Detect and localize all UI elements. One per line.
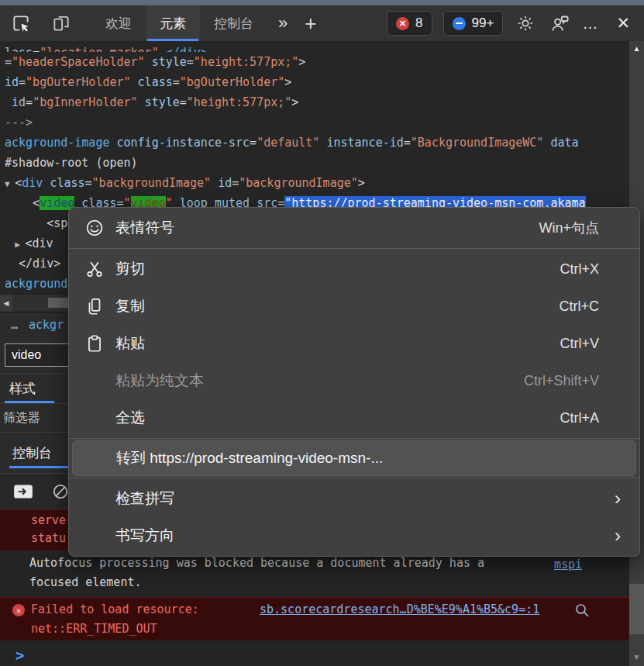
new-tab-button[interactable]: + (305, 12, 316, 36)
menu-item-check-spelling[interactable]: 检查拼写› (69, 480, 639, 517)
code-line[interactable]: lass="location-marker" </div> (5, 43, 629, 52)
breadcrumb-item[interactable]: ackgr (29, 318, 64, 332)
submenu-chevron-icon: › (615, 489, 621, 508)
menu-item-label: 剪切 (115, 259, 145, 279)
resource-source-link[interactable]: sb.scorecardresearch…D%BE%E9%A1%B5&c9=:1 (260, 600, 539, 619)
scroll-left-icon[interactable]: ◀ (0, 295, 12, 312)
console-prompt[interactable]: > (0, 640, 629, 666)
menu-item-shortcut: Ctrl+V (560, 336, 599, 352)
close-devtools-button[interactable]: ✕ (610, 14, 636, 33)
code-line[interactable]: #shadow-root (open) (5, 153, 629, 173)
code-line[interactable]: ▼ <div class="backgroundImage" id="backg… (5, 173, 629, 193)
device-toolbar-icon[interactable] (50, 12, 73, 35)
error-circle-icon: ✕ (12, 604, 25, 616)
menu-item-select-all[interactable]: 全选Ctrl+A (69, 399, 639, 437)
submenu-chevron-icon: › (615, 526, 621, 545)
paste-icon (84, 333, 115, 354)
filter-label[interactable]: 筛选器 (3, 410, 40, 426)
window-top-strip (0, 0, 644, 5)
menu-item-label: 表情符号 (115, 218, 174, 238)
console-message-autofocus: Autofocus processing was blocked because… (0, 550, 629, 597)
toolbar-right-cluster: ✕ 8 99+ … ✕ (387, 11, 644, 36)
console-context-icon[interactable] (12, 482, 34, 501)
menu-item-cut[interactable]: 剪切Ctrl+X (69, 250, 639, 288)
vertical-scrollbar-thumb[interactable] (629, 584, 644, 634)
code-line[interactable]: id="bgOuterHolder" class="bgOuterHolder"… (5, 72, 629, 92)
tab-console-drawer[interactable]: 控制台 (12, 444, 52, 462)
code-line[interactable]: ---> (5, 112, 629, 133)
magnifier-icon[interactable] (573, 602, 591, 625)
cut-icon (84, 259, 115, 279)
more-options-button[interactable]: … (582, 15, 599, 33)
menu-item-writing-direction[interactable]: 书写方向› (69, 517, 639, 554)
autofocus-source-link[interactable]: mspi (554, 555, 582, 575)
menu-item-shortcut: Ctrl+Shift+V (524, 373, 599, 389)
menu-item-label: 粘贴为纯文本 (115, 371, 204, 391)
menu-item-label: 粘贴 (115, 333, 145, 354)
error-count-badge[interactable]: ✕ 8 (387, 11, 432, 36)
menu-item-shortcut: Ctrl+X (560, 261, 599, 278)
panel-tabs: 欢迎 元素 控制台 (91, 5, 267, 41)
menu-item-label: 全选 (115, 408, 145, 428)
menu-separator (69, 248, 639, 249)
menu-item-paste[interactable]: 粘贴Ctrl+V (69, 325, 639, 362)
context-menu: 表情符号Win+句点剪切Ctrl+X复制Ctrl+C粘贴Ctrl+V粘贴为纯文本… (68, 207, 640, 557)
menu-item-goto-url[interactable]: 转到 https://prod-streaming-video-msn-... (72, 440, 636, 476)
tab-styles[interactable]: 样式 (9, 380, 36, 398)
issues-count-badge[interactable]: 99+ (443, 11, 504, 36)
menu-item-label: 转到 https://prod-streaming-video-msn-... (116, 448, 383, 468)
menu-item-label: 检查拼写 (115, 488, 174, 509)
clear-console-icon[interactable] (51, 482, 70, 501)
tab-console[interactable]: 控制台 (200, 5, 267, 41)
menu-item-shortcut: Win+句点 (539, 219, 599, 237)
menu-item-label: 书写方向 (115, 526, 174, 546)
devtools-toolbar: 欢迎 元素 控制台 » + ✕ 8 99+ … ✕ (0, 5, 644, 42)
tab-welcome[interactable]: 欢迎 (91, 5, 146, 41)
menu-item-label: 复制 (115, 296, 145, 316)
emoji-icon (84, 218, 115, 238)
code-line[interactable]: ="headerSpaceHolder" style="height:577px… (5, 52, 629, 72)
console-tab-underline (9, 466, 76, 468)
menu-item-copy[interactable]: 复制Ctrl+C (69, 288, 639, 325)
more-tabs-button[interactable]: » (278, 13, 288, 33)
message-bubble-icon (453, 17, 466, 30)
menu-item-emoji[interactable]: 表情符号Win+句点 (69, 209, 639, 247)
menu-item-shortcut: Ctrl+A (560, 410, 599, 426)
styles-tab-underline (5, 401, 54, 403)
menu-separator (69, 438, 639, 439)
error-circle-icon: ✕ (396, 17, 409, 30)
menu-item-shortcut: Ctrl+C (559, 298, 599, 315)
tab-elements[interactable]: 元素 (146, 5, 200, 41)
menu-item-paste-plain: 粘贴为纯文本Ctrl+Shift+V (69, 362, 639, 399)
feedback-icon[interactable] (548, 12, 571, 35)
prompt-chevron-icon: > (15, 647, 24, 664)
scroll-down-icon[interactable]: ▼ (629, 653, 644, 661)
menu-separator (69, 478, 639, 478)
devtools-window: 欢迎 元素 控制台 » + ✕ 8 99+ … ✕ lass="loc (0, 0, 644, 666)
copy-icon (84, 296, 115, 316)
scroll-up-icon[interactable]: ▲ (629, 44, 644, 53)
breadcrumb-ellipsis[interactable]: … (11, 318, 18, 332)
code-line[interactable]: id="bgInnerHolder" style="height:577px;"… (5, 92, 629, 112)
settings-gear-icon[interactable] (514, 12, 537, 35)
inspect-element-icon[interactable] (9, 12, 33, 35)
code-line[interactable]: ackground-image config-instance-src="def… (5, 133, 629, 153)
console-message-failed-resource: ✕ Failed to load resource: net::ERR_TIME… (0, 597, 629, 640)
